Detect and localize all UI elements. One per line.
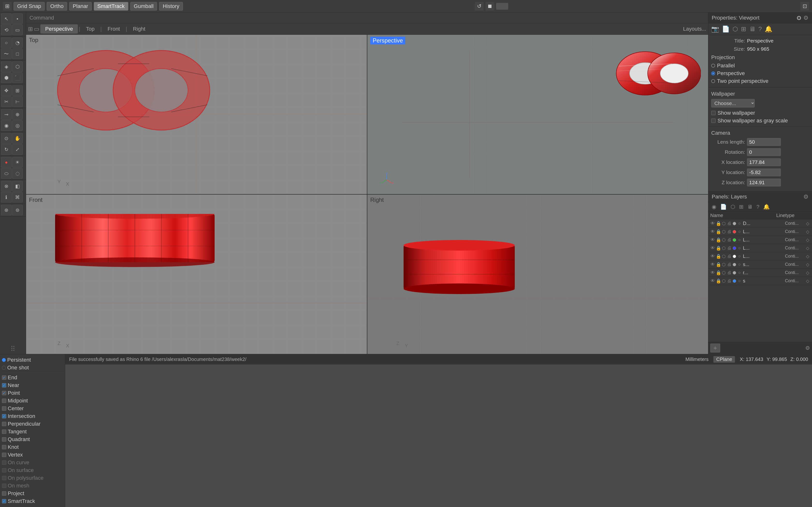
layer-color-icon-5[interactable]: ⬡ <box>721 262 726 267</box>
layer-active-icon-6[interactable]: ○ <box>737 270 742 275</box>
perpendicular-row[interactable]: Perpendicular <box>2 420 63 428</box>
layer-active-icon-0[interactable]: ○ <box>737 221 742 226</box>
layer-visible-icon-6[interactable]: 👁 <box>710 270 715 275</box>
layer-print-icon-7[interactable]: 🖨 <box>727 278 732 283</box>
settings-icon[interactable]: ⚙ <box>803 14 809 21</box>
mirror-tool[interactable]: ⊞ <box>12 85 23 96</box>
tab-front[interactable]: Front <box>103 24 125 34</box>
near-row[interactable]: ✓ Near <box>2 382 63 389</box>
snap-tool[interactable]: ⊗ <box>1 181 12 191</box>
layer-color-icon-1[interactable]: ⬡ <box>721 229 726 234</box>
lens-length-input[interactable] <box>747 138 781 146</box>
center-row[interactable]: Center <box>2 405 63 412</box>
properties-sidebar-tool[interactable]: ℹ <box>1 192 12 203</box>
layer-color-4[interactable] <box>733 255 736 258</box>
display-tool[interactable]: ◎ <box>12 120 23 131</box>
object-panel-icon[interactable]: ⬡ <box>732 25 738 33</box>
layers-icon-6[interactable]: ? <box>755 203 761 211</box>
layer-row-7[interactable]: 👁 🔒 ⬡ 🖨 ○ s Conti... ◇ <box>708 277 812 285</box>
layer-print-icon-3[interactable]: 🖨 <box>727 245 732 250</box>
two-point-radio[interactable]: Two point perspective <box>711 78 809 84</box>
render-tool[interactable]: ◉ <box>1 120 12 131</box>
layer-row-6[interactable]: 👁 🔒 ⬡ 🖨 ○ r... Conti... ◇ <box>708 269 812 277</box>
project-row[interactable]: Project <box>2 490 63 497</box>
viewport-grid-icon[interactable]: ⊞ <box>28 25 33 32</box>
near-checkbox[interactable]: ✓ <box>2 383 6 388</box>
midpoint-row[interactable]: Midpoint <box>2 397 63 405</box>
curve-tool[interactable]: 〜 <box>1 49 12 59</box>
analyze-tool[interactable]: ⊕ <box>12 109 23 120</box>
show-grayscale-row[interactable]: Show wallpaper as gray scale <box>711 118 809 124</box>
point-checkbox[interactable]: ✓ <box>2 391 6 395</box>
light-tool[interactable]: ☀ <box>12 157 23 168</box>
layer-lock-icon-6[interactable]: 🔒 <box>716 270 721 276</box>
layer-print-icon-2[interactable]: 🖨 <box>727 237 732 242</box>
tab-perspective[interactable]: Perspective <box>40 24 78 34</box>
layer-lock-icon-5[interactable]: 🔒 <box>716 262 721 267</box>
layer-active-icon-7[interactable]: ○ <box>737 278 742 283</box>
quadrant-row[interactable]: Quadrant <box>2 436 63 443</box>
undo-button[interactable]: ↺ <box>475 2 484 11</box>
layer-tool[interactable]: ◧ <box>12 181 23 191</box>
tab-top[interactable]: Top <box>81 24 99 34</box>
layer-active-icon-1[interactable]: ○ <box>737 229 742 234</box>
layer-color-icon-7[interactable]: ⬡ <box>721 278 726 284</box>
select-tool[interactable]: ↖ <box>1 13 12 24</box>
document-panel-icon[interactable]: 📄 <box>722 25 729 33</box>
trim-tool[interactable]: ✂ <box>1 96 12 107</box>
tangent-checkbox[interactable] <box>2 430 6 434</box>
viewport-right[interactable]: Right <box>367 194 708 354</box>
layer-color-3[interactable] <box>733 246 736 250</box>
layer-color-icon-6[interactable]: ⬡ <box>721 270 726 276</box>
layer-print-icon-4[interactable]: 🖨 <box>727 254 732 259</box>
layer-print-icon-6[interactable]: 🖨 <box>727 270 732 275</box>
intersection-checkbox[interactable]: ✓ <box>2 414 6 418</box>
quadrant-checkbox[interactable] <box>2 437 6 442</box>
layer-visible-icon-4[interactable]: 👁 <box>710 254 715 259</box>
extrude-tool[interactable]: ⬢ <box>1 72 12 83</box>
on-polysurface-checkbox[interactable] <box>2 476 6 480</box>
center-checkbox[interactable] <box>2 406 6 411</box>
layer-row-5[interactable]: 👁 🔒 ⬡ 🖨 ○ s... Conti... ◇ <box>708 261 812 269</box>
layer-visible-icon-1[interactable]: 👁 <box>710 229 715 234</box>
tab-right[interactable]: Right <box>128 24 150 34</box>
status-cplane[interactable]: CPlane <box>713 356 735 362</box>
smarttrack-osnap-row[interactable]: ✓ SmartTrack <box>2 497 63 505</box>
vertex-checkbox[interactable] <box>2 453 6 457</box>
planar-button[interactable]: Planar <box>69 2 92 11</box>
layer-color-1[interactable] <box>733 230 736 233</box>
project-checkbox[interactable] <box>2 491 6 496</box>
add-layer-button[interactable]: + <box>710 344 720 352</box>
bell-panel-icon[interactable]: 🔔 <box>765 25 772 33</box>
split-tool[interactable]: ⊢ <box>12 96 23 107</box>
layer-color-icon-2[interactable]: ⬡ <box>721 237 726 243</box>
point-row[interactable]: ✓ Point <box>2 389 63 397</box>
layout-button[interactable]: ⊡ <box>800 2 809 11</box>
layer-active-icon-2[interactable]: ○ <box>737 237 742 242</box>
properties-icon[interactable]: ⊙ <box>797 14 801 21</box>
knot-row[interactable]: Knot <box>2 443 63 451</box>
layer-color-6[interactable] <box>733 271 736 275</box>
layer-visible-icon-3[interactable]: 👁 <box>710 245 715 250</box>
surface-tool[interactable]: ◈ <box>1 61 12 72</box>
rotate-view-tool[interactable]: ↻ <box>1 144 12 155</box>
on-surface-checkbox[interactable] <box>2 468 6 472</box>
y-location-input[interactable] <box>747 169 781 176</box>
layer-row-2[interactable]: 👁 🔒 ⬡ 🖨 ○ L... Conti... ◇ <box>708 236 812 244</box>
layer-row-4[interactable]: 👁 🔒 ⬡ 🖨 ○ L... Conti... ◇ <box>708 252 812 261</box>
layer-lock-icon-2[interactable]: 🔒 <box>716 237 721 243</box>
render-panel-icon[interactable]: 🖥 <box>749 25 755 33</box>
layer-print-icon-5[interactable]: 🖨 <box>727 262 732 267</box>
on-mesh-row[interactable]: On mesh <box>2 482 63 490</box>
layouts-button[interactable]: Layouts... <box>683 26 706 32</box>
z-location-input[interactable] <box>747 179 781 186</box>
on-mesh-checkbox[interactable] <box>2 484 6 488</box>
material-tool[interactable]: ● <box>1 157 12 168</box>
transform-tool[interactable]: ✥ <box>1 85 12 96</box>
layers-icon-4[interactable]: ⊞ <box>738 203 745 211</box>
layer-visible-icon-5[interactable]: 👁 <box>710 262 715 267</box>
gumball-button[interactable]: Gumball <box>130 2 157 11</box>
camera-sidebar-tool[interactable]: ⬭ <box>1 168 12 179</box>
layer-active-icon-5[interactable]: ○ <box>737 262 742 267</box>
viewport-single-icon[interactable]: ▭ <box>34 25 39 32</box>
